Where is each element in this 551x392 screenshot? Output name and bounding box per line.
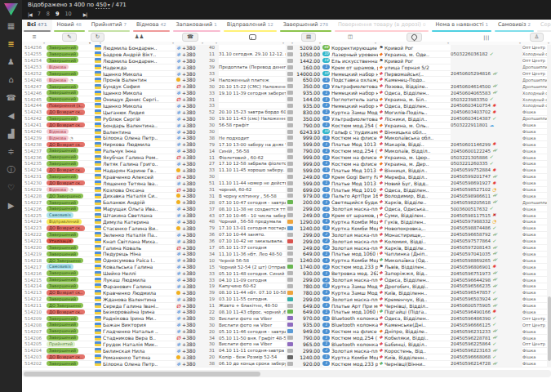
phone-cell[interactable]: ✻+380 [176, 206, 205, 212]
manager-comment[interactable]: 19.10 11-43 (смс) Наложенны.. [219, 115, 286, 122]
tracking-cell[interactable] [451, 64, 522, 70]
tracking-cell[interactable]: 20450597208143✓✓ [451, 244, 522, 251]
product-cell[interactable]: 1Немецкий набор ножей (Mirage.. [322, 90, 378, 96]
manager-comment[interactable]: 07.10 10-46 - 10 числа заберет [219, 212, 286, 219]
client-name[interactable]: Галина Коваль [103, 244, 176, 251]
manager-comment[interactable]: чорний, 60-62 [219, 186, 286, 193]
manager-comment[interactable]: Не подходит [219, 135, 286, 141]
header-button-pr[interactable]: ▤ [301, 33, 316, 42]
phone-cell[interactable]: ✻+380 [176, 322, 205, 328]
tracking-cell[interactable]: 20450598869265✓✓ [451, 257, 522, 264]
phone-cell[interactable]: ∅+380 [176, 186, 205, 193]
phone-cell[interactable]: ∅+380 [176, 154, 205, 161]
tracking-cell[interactable]: 20450596214728✓✓ [451, 360, 522, 367]
phone-cell[interactable]: ✻+380 [176, 90, 205, 96]
status-badge[interactable]: Завершений [47, 283, 78, 289]
status-badge[interactable]: ДО Завершено [47, 194, 83, 199]
status-badge[interactable]: Завершений [47, 206, 78, 212]
tracking-cell[interactable]: 20450596668068✓ [451, 354, 522, 360]
status-badge[interactable]: Завершений [47, 328, 78, 334]
client-name[interactable]: Онищук Денис Сергі.. [103, 96, 176, 103]
page-number[interactable]: 9 [56, 11, 60, 17]
phone-cell[interactable]: ✻+380 [176, 264, 205, 270]
manager-comment[interactable]: Жовто + блакітне, 48-50 [219, 302, 286, 309]
manager-comment[interactable]: Фіолетовий , 60-62 [219, 154, 286, 161]
client-name[interactable]: Кравченко Людмила [103, 289, 176, 296]
client-name[interactable]: Зеленко Наталія Па.. [103, 231, 176, 238]
tracking-cell[interactable]: 20450598986611✓✓ [451, 193, 522, 199]
product-cell[interactable]: 1Костюм мод.254 (1шт. х 790.00 .. [322, 148, 378, 154]
phone-cell[interactable]: ✻+380 [176, 122, 205, 128]
header-button-ph[interactable]: ☎ [182, 33, 198, 42]
client-name[interactable]: Стасенко Галина Ви.. [103, 225, 176, 231]
status-badge[interactable]: Завершений [47, 335, 78, 341]
tab-Відправлений[interactable]: Відправлений12 [222, 20, 278, 32]
product-cell[interactable]: 2Золотая маска-пленка GOLD C.. [322, 238, 378, 244]
product-cell[interactable]: 1Ультрафиолетовая бактерицид.. [322, 115, 378, 122]
client-name[interactable]: Фаранович Галина [103, 283, 176, 289]
client-name[interactable]: Летяк Галина Григо.. [103, 161, 176, 167]
phone-cell[interactable]: ✻+380 [176, 103, 205, 109]
manager-comment[interactable]: 05.10 11-37 сегодня [219, 244, 286, 251]
client-name[interactable]: Штакина Светлана [103, 212, 176, 219]
tracking-cell[interactable]: 0503221260335✓ [451, 161, 522, 167]
dashboard-icon[interactable]: ▦ [4, 20, 18, 31]
page-number[interactable]: 7 [38, 11, 41, 17]
manager-comment[interactable]: 04.10 11-09 сегодня [219, 277, 286, 283]
client-name[interactable]: Білоока Олена Петр.. [103, 360, 176, 367]
tracking-cell[interactable]: 20450596490166✱ [451, 309, 522, 315]
product-cell[interactable]: 1Куртка Замш Мод. 250 (1шт. х 7.. [322, 289, 378, 296]
manager-comment[interactable]: 06.10 до конца срока заберу. .. [219, 360, 286, 367]
phone-cell[interactable]: ∅+380 [176, 83, 205, 90]
client-name[interactable]: Димула Катерина [103, 219, 176, 225]
tab-Повернення товару (в дорозі)[interactable]: Повернення товару (в дорозі)0 [333, 20, 430, 32]
status-badge[interactable]: Відмова [47, 187, 69, 193]
client-name[interactable]: Бундук София [103, 83, 176, 90]
manager-comment[interactable]: Предоплата (Перевод денег в.. [219, 64, 286, 70]
manager-comment[interactable]: 20.10 15-23 завтра бордо 60-62 [219, 109, 286, 115]
manager-comment[interactable]: 05.10 11-50 вня. Графіт 48-50р [219, 335, 286, 341]
product-cell[interactable]: 10Немецкий набор ножей (Mirag.. [322, 70, 378, 77]
status-badge[interactable]: Повернення (з.. [47, 103, 85, 109]
client-name[interactable]: Білоока Олена Петр.. [103, 135, 176, 141]
manager-comment[interactable]: Чорний 52-54 (2 шт) Отправит.. [219, 264, 286, 270]
client-name[interactable]: Лященко Тетяна Іва.. [103, 180, 176, 186]
calls-icon[interactable]: ☎ [4, 92, 18, 103]
tracking-cell[interactable]: 20450596658792✓✓ [451, 231, 522, 238]
product-cell[interactable]: 2Костюм мод.233 разм.48-58 (1.. [322, 264, 378, 270]
manager-comment[interactable]: 08.10 11-43 сброс. чорний ,60-.. [219, 309, 286, 315]
tab-Відмова[interactable]: Відмова42 [131, 20, 171, 32]
status-badge[interactable]: Відмова [47, 136, 69, 141]
product-cell[interactable]: 2Золотая маска-пленка GOLD C.. [322, 277, 378, 283]
tracking-cell[interactable]: 20450597577864✓ [451, 238, 522, 244]
status-badge[interactable]: Завершений [47, 161, 78, 167]
tracking-cell[interactable]: 20450604065583✓✓ [451, 90, 522, 96]
phone-cell[interactable]: ✻+380 [176, 148, 205, 154]
status-badge[interactable]: ДО Возврат ск.. [47, 225, 85, 231]
tracking-cell[interactable] [451, 57, 522, 64]
tracking-cell[interactable] [451, 77, 522, 83]
status-badge[interactable]: Завершений [47, 71, 78, 77]
client-name[interactable]: Бажан Виктория [103, 322, 176, 328]
status-badge[interactable]: Відмова [47, 129, 69, 135]
client-name[interactable]: Стадникова Вера В.. [103, 335, 176, 341]
tracking-cell[interactable]: 20450598691927✱ [451, 180, 522, 186]
tab-Новий[interactable]: Новий48 [52, 20, 87, 32]
manager-comment[interactable]: Вислати фото на Viber [219, 322, 286, 328]
tracking-cell[interactable]: 20450598527102◔ [451, 186, 522, 193]
status-badge[interactable]: Завершений [47, 84, 78, 90]
client-name[interactable]: Козлова Оксана [103, 186, 176, 193]
phone-cell[interactable]: ✻+380 [176, 238, 205, 244]
phone-cell[interactable]: ✻+380 [176, 231, 205, 238]
phone-cell[interactable]: ✻+380 [176, 51, 205, 57]
client-name[interactable]: Іщенко Микола [103, 103, 176, 109]
tracking-cell[interactable]: 20450596225864✓ [451, 341, 522, 347]
status-badge[interactable]: Відмова [47, 78, 69, 83]
phone-cell[interactable]: ✻+380 [176, 341, 205, 347]
product-cell[interactable]: 1Куртка Комби Мод. 5188 (1шт. х.. [322, 257, 378, 264]
phone-cell[interactable]: ✻+380 [176, 141, 205, 148]
phone-cell[interactable]: ✻+380 [176, 115, 205, 122]
tracking-cell[interactable]: 20450596644298✓✓ [451, 277, 522, 283]
status-badge[interactable]: Завершений [47, 45, 78, 51]
tracking-cell[interactable] [451, 135, 522, 141]
